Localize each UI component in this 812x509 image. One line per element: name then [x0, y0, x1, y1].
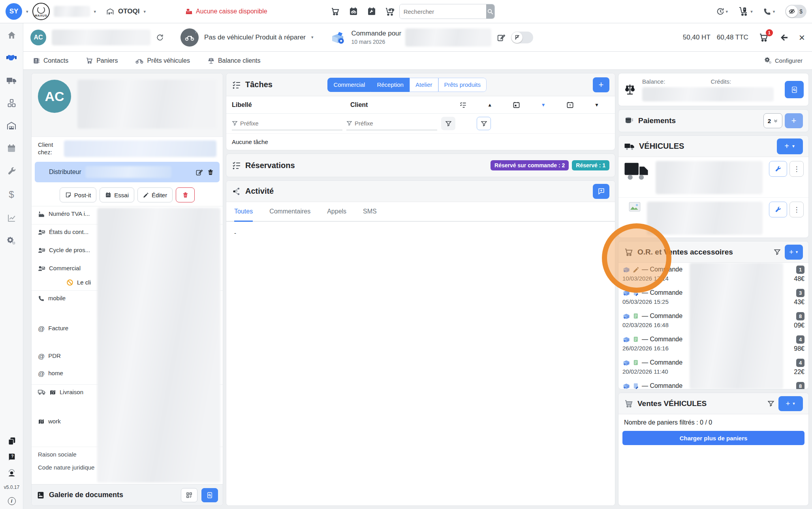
column-libelle[interactable]: Libellé: [232, 101, 350, 109]
calendar-wrench-icon[interactable]: [367, 7, 376, 16]
garage-icon[interactable]: [6, 121, 17, 131]
org-name[interactable]: OTOQI: [118, 7, 139, 15]
configure-button[interactable]: Configurer: [764, 57, 803, 65]
edit-order-icon[interactable]: [497, 33, 506, 42]
delete-contact-button[interactable]: [176, 187, 195, 202]
funnel-icon[interactable]: [767, 400, 774, 407]
history-icon[interactable]: [716, 7, 725, 16]
vehicle-selector-caret-icon[interactable]: ▾: [311, 35, 314, 40]
tab-toutes[interactable]: Toutes: [234, 202, 253, 222]
vehicle-selector-label[interactable]: Pas de véhicule/ Produit à réparer: [204, 34, 306, 41]
search-button[interactable]: [486, 4, 494, 19]
client-avatar[interactable]: AC: [30, 30, 46, 45]
segment-commercial[interactable]: Commercial: [327, 78, 371, 92]
cart-icon[interactable]: [331, 7, 340, 16]
price-visibility-toggle[interactable]: $: [785, 5, 806, 18]
vehicle-workshop-button[interactable]: [769, 202, 787, 217]
parts-cubes-icon[interactable]: [7, 98, 17, 108]
activity-body: -: [226, 222, 615, 505]
tab-appels[interactable]: Appels: [327, 202, 346, 222]
editer-button[interactable]: Éditer: [137, 187, 173, 202]
user-avatar[interactable]: SY: [6, 3, 22, 20]
tab-contacts[interactable]: Contacts: [33, 57, 68, 64]
libelle-filter-input[interactable]: [240, 120, 319, 127]
search-input[interactable]: [400, 4, 486, 19]
distributor-row[interactable]: Distributeur: [35, 162, 220, 182]
vehicle-menu-button[interactable]: ⋮: [789, 161, 804, 177]
filter-button-active[interactable]: [477, 117, 491, 130]
refresh-icon[interactable]: [156, 34, 164, 41]
org-caret-icon[interactable]: ▾: [144, 9, 146, 14]
checklist-column-icon[interactable]: [459, 101, 467, 109]
flag-slash-icon: [511, 32, 523, 43]
balance-doc-button[interactable]: [785, 81, 804, 98]
sort-desc-active-icon[interactable]: ▼: [541, 102, 546, 108]
add-vehicule-button[interactable]: + ▼: [777, 138, 803, 154]
phone-icon[interactable]: [763, 7, 771, 16]
phone-caret-icon[interactable]: ▾: [773, 9, 775, 14]
invoice-doc-icon: [633, 336, 639, 343]
due-date-column-icon[interactable]: [566, 101, 574, 109]
stats-chart-icon[interactable]: [7, 213, 17, 223]
sort-asc-icon[interactable]: ▲: [487, 102, 492, 108]
document-gallery-bar[interactable]: Galerie de documents: [32, 484, 223, 505]
handtruck-caret-icon[interactable]: ▾: [750, 9, 753, 14]
add-task-button[interactable]: +: [593, 77, 609, 92]
gallery-grid-button[interactable]: [181, 488, 197, 502]
tab-commentaires[interactable]: Commentaires: [269, 202, 310, 222]
vehicle-selector-icon[interactable]: ?: [180, 28, 199, 47]
vehicule-row[interactable]: ⋮: [618, 197, 808, 238]
documents-copy-icon[interactable]: [8, 437, 16, 445]
segment-reception[interactable]: Réception: [371, 78, 410, 92]
column-client[interactable]: Client: [350, 101, 449, 109]
support-agent-icon[interactable]: [7, 468, 16, 477]
settings-gears-icon[interactable]: [6, 236, 17, 245]
gallery-doc-search-button[interactable]: [201, 488, 218, 502]
workshop-wrench-icon[interactable]: [7, 166, 17, 176]
segment-prets-produits[interactable]: Prêts produits: [438, 78, 487, 92]
funnel-icon[interactable]: [774, 249, 781, 256]
billing-dollar-icon[interactable]: $: [9, 189, 14, 200]
back-arrow-icon[interactable]: [779, 33, 789, 42]
tab-sms[interactable]: SMS: [363, 202, 377, 222]
tab-balance-clients[interactable]: Balance clients: [207, 57, 261, 64]
home-icon[interactable]: [7, 30, 17, 40]
calendar-icon[interactable]: [7, 144, 16, 153]
close-icon[interactable]: ×: [799, 32, 805, 43]
vehicle-menu-button[interactable]: ⋮: [789, 202, 804, 217]
vehicule-row[interactable]: ⋮: [618, 157, 808, 197]
add-comment-button[interactable]: [593, 184, 609, 199]
segment-atelier[interactable]: Atelier: [410, 78, 438, 92]
client-filter-input[interactable]: [355, 120, 434, 127]
edit-distributor-icon[interactable]: [195, 168, 203, 176]
essai-button[interactable]: Essai: [100, 187, 134, 202]
order-cart-icon[interactable]: 1: [759, 32, 769, 43]
history-caret-icon[interactable]: ▾: [726, 9, 728, 14]
order-summary[interactable]: Commande pour 10 mars 2026: [351, 30, 402, 45]
sort-desc-icon[interactable]: ▼: [594, 102, 599, 108]
tab-prets-vehicules[interactable]: Prêts véhicules: [135, 57, 190, 64]
info-icon[interactable]: i: [8, 497, 16, 505]
delete-distributor-icon[interactable]: [207, 168, 214, 176]
truck-icon[interactable]: [6, 76, 17, 85]
postit-button[interactable]: Post-it: [60, 187, 97, 202]
load-more-button[interactable]: Charger plus de paniers: [622, 431, 804, 445]
essai-label: Essai: [114, 192, 129, 198]
paiements-count-select[interactable]: 2: [763, 113, 782, 128]
calendar-motorcycle-icon[interactable]: [349, 7, 358, 16]
store-caret-icon[interactable]: ▾: [94, 9, 96, 14]
handshake-icon[interactable]: [6, 53, 17, 63]
user-menu-caret-icon[interactable]: ▾: [26, 9, 28, 14]
handtruck-phone-icon[interactable]: [738, 6, 748, 17]
tab-paniers[interactable]: Paniers: [86, 57, 118, 64]
add-paiement-button[interactable]: +: [785, 113, 803, 128]
order-flag-toggle[interactable]: [511, 32, 533, 43]
client-note: Le cli: [77, 279, 91, 286]
date-column-icon[interactable]: [513, 101, 520, 109]
filter-button[interactable]: [441, 117, 455, 130]
add-or-button[interactable]: + ▼: [785, 245, 803, 260]
add-vente-vehicule-button[interactable]: + ▼: [778, 396, 803, 411]
cart-motorcycle-icon[interactable]: [385, 7, 395, 16]
help-book-icon[interactable]: ?: [8, 453, 16, 461]
vehicle-workshop-button[interactable]: [769, 161, 787, 177]
